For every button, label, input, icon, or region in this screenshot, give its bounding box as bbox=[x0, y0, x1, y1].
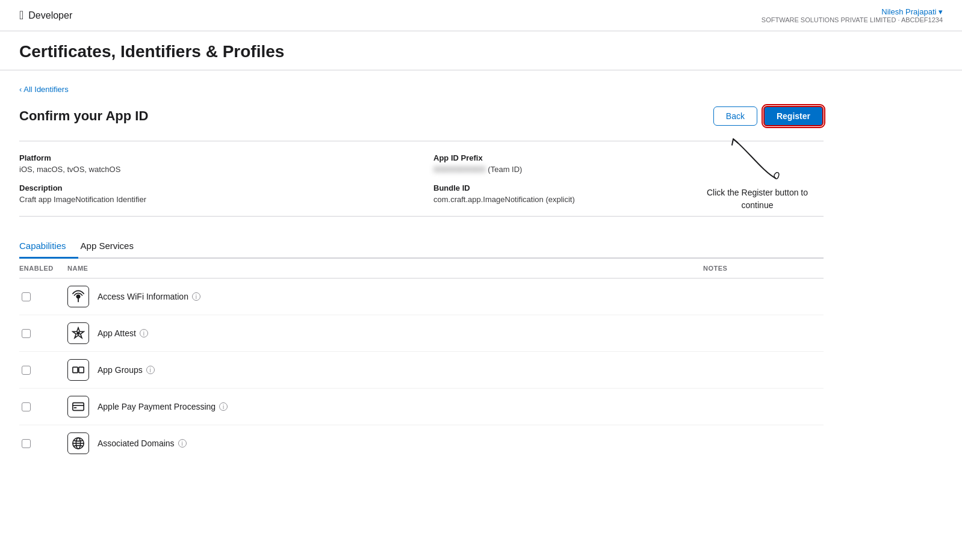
main-content: ‹ All Identifiers Confirm your App ID Ba… bbox=[0, 70, 843, 476]
svg-rect-8 bbox=[74, 407, 77, 408]
capability-name-applepay: Apple Pay Payment Processing i bbox=[98, 402, 228, 411]
header-notes: NOTES bbox=[703, 265, 824, 272]
checkbox-cell bbox=[19, 439, 67, 448]
header-name: NAME bbox=[67, 265, 703, 272]
platform-value: iOS, macOS, tvOS, watchOS bbox=[19, 165, 409, 174]
team-id-label: (Team ID) bbox=[488, 165, 522, 174]
checkbox-cell bbox=[19, 366, 67, 375]
bundle-id-info: Bundle ID com.craft.app.ImageNotificatio… bbox=[433, 183, 824, 204]
info-icon-wifi[interactable]: i bbox=[192, 292, 200, 301]
user-org: SOFTWARE SOLUTIONS PRIVATE LIMITED · ABC… bbox=[762, 16, 943, 23]
platform-label: Platform bbox=[19, 153, 409, 162]
capability-name-wifi: Access WiFi Information i bbox=[98, 292, 200, 301]
groups-icon bbox=[67, 359, 89, 381]
button-group: Back Register bbox=[713, 106, 824, 126]
info-icon-attest[interactable]: i bbox=[140, 329, 148, 337]
app-id-blurred: XXXXXXXXXX bbox=[433, 165, 486, 174]
section-title: Confirm your App ID bbox=[19, 108, 148, 124]
app-id-prefix-label: App ID Prefix bbox=[433, 153, 824, 162]
info-icon-groups[interactable]: i bbox=[146, 366, 155, 374]
developer-label: Developer bbox=[28, 10, 72, 21]
wifi-icon bbox=[67, 286, 89, 307]
capability-name-groups: App Groups i bbox=[98, 365, 155, 375]
header:  Developer Nilesh Prajapati ▾ SOFTWARE … bbox=[0, 0, 962, 31]
tabs: Capabilities App Services bbox=[19, 235, 824, 259]
svg-rect-3 bbox=[73, 367, 78, 372]
description-label: Description bbox=[19, 183, 409, 192]
checkbox-cell bbox=[19, 402, 67, 411]
page-title: Certificates, Identifiers & Profiles bbox=[19, 42, 943, 61]
name-cell-groups: App Groups i bbox=[67, 359, 703, 381]
apple-developer-logo:  Developer bbox=[19, 8, 72, 22]
svg-rect-6 bbox=[73, 403, 84, 411]
breadcrumb[interactable]: ‹ All Identifiers bbox=[19, 85, 824, 94]
table-row: Access WiFi Information i bbox=[19, 278, 824, 315]
table-row: Apple Pay Payment Processing i bbox=[19, 389, 824, 425]
description-info: Description Craft app ImageNotification … bbox=[19, 183, 409, 204]
app-id-prefix-value: XXXXXXXXXX (Team ID) bbox=[433, 165, 824, 174]
description-value: Craft app ImageNotification Identifier bbox=[19, 195, 409, 204]
table-row: App Groups i bbox=[19, 352, 824, 389]
back-button[interactable]: Back bbox=[713, 106, 757, 126]
user-name[interactable]: Nilesh Prajapati ▾ bbox=[762, 7, 943, 16]
svg-point-2 bbox=[76, 331, 80, 335]
capability-name-attest: App Attest i bbox=[98, 328, 148, 338]
name-cell-wifi: Access WiFi Information i bbox=[67, 286, 703, 307]
register-button[interactable]: Register bbox=[763, 106, 824, 126]
table-row: Associated Domains i bbox=[19, 425, 824, 461]
header-enabled: ENABLED bbox=[19, 265, 67, 272]
tab-app-services[interactable]: App Services bbox=[78, 235, 146, 259]
info-grid: Platform iOS, macOS, tvOS, watchOS App I… bbox=[19, 153, 824, 217]
user-info: Nilesh Prajapati ▾ SOFTWARE SOLUTIONS PR… bbox=[762, 7, 943, 23]
enabled-checkbox-attest[interactable] bbox=[22, 329, 31, 338]
svg-point-0 bbox=[76, 295, 80, 298]
capability-name-domains: Associated Domains i bbox=[98, 438, 187, 448]
enabled-checkbox-domains[interactable] bbox=[22, 439, 31, 448]
bundle-id-label: Bundle ID bbox=[433, 183, 824, 192]
enabled-checkbox-applepay[interactable] bbox=[22, 402, 31, 411]
enabled-checkbox-wifi[interactable] bbox=[22, 292, 31, 301]
enabled-checkbox-groups[interactable] bbox=[22, 366, 31, 375]
info-icon-applepay[interactable]: i bbox=[219, 402, 228, 411]
capabilities-table: ENABLED NAME NOTES Access WiFi bbox=[19, 259, 824, 461]
section-divider bbox=[19, 141, 824, 141]
name-cell-attest: App Attest i bbox=[67, 322, 703, 344]
attest-icon bbox=[67, 322, 89, 344]
app-id-prefix-info: App ID Prefix XXXXXXXXXX (Team ID) bbox=[433, 153, 824, 174]
applepay-icon bbox=[67, 396, 89, 417]
bundle-id-value: com.craft.app.ImageNotification (explici… bbox=[433, 195, 824, 204]
table-header: ENABLED NAME NOTES bbox=[19, 259, 824, 278]
name-cell-applepay: Apple Pay Payment Processing i bbox=[67, 396, 703, 417]
platform-info: Platform iOS, macOS, tvOS, watchOS bbox=[19, 153, 409, 174]
table-row: App Attest i bbox=[19, 315, 824, 352]
name-cell-domains: Associated Domains i bbox=[67, 432, 703, 454]
svg-rect-4 bbox=[79, 367, 84, 372]
checkbox-cell bbox=[19, 292, 67, 301]
tab-capabilities[interactable]: Capabilities bbox=[19, 235, 78, 259]
page-title-bar: Certificates, Identifiers & Profiles bbox=[0, 31, 962, 70]
section-header: Confirm your App ID Back Register bbox=[19, 106, 824, 126]
apple-icon:  bbox=[19, 8, 23, 22]
domains-icon bbox=[67, 432, 89, 454]
info-icon-domains[interactable]: i bbox=[178, 439, 187, 448]
checkbox-cell bbox=[19, 329, 67, 338]
